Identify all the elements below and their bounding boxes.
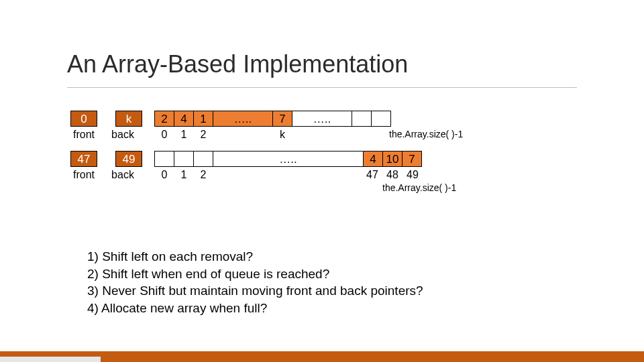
array1-ellipsis: ….. bbox=[213, 111, 273, 127]
question-item: 4) Allocate new array when full? bbox=[87, 300, 423, 317]
array2-idx: 49 bbox=[402, 169, 423, 181]
array1-empty-cell bbox=[371, 111, 391, 127]
ptr1-back-cell: k bbox=[115, 111, 142, 127]
ptr1-back-lbl: back bbox=[109, 129, 136, 141]
slide-title: An Array-Based Implementation bbox=[67, 50, 408, 78]
array1-row: 241…..7….. bbox=[154, 111, 391, 127]
array1-empty-cell bbox=[352, 111, 372, 127]
footer-accent bbox=[0, 357, 101, 362]
ptr1-front-lbl: front bbox=[70, 129, 97, 141]
question-item: 2) Shift left when end of queue is reach… bbox=[87, 265, 423, 283]
question-list: 1) Shift left on each removal? 2) Shift … bbox=[87, 248, 423, 317]
array1-idx: k bbox=[272, 129, 292, 141]
array2-cell: 7 bbox=[402, 151, 422, 167]
array2-cell: 10 bbox=[382, 151, 402, 167]
array1-idx: 1 bbox=[174, 129, 194, 141]
ptr2-front-lbl: front bbox=[70, 169, 97, 181]
array2-empty-cell bbox=[174, 151, 194, 167]
array1-size-label: the.Array.size( )-1 bbox=[389, 129, 463, 139]
ptr1-front-cell: 0 bbox=[70, 111, 97, 127]
ptr2-back-lbl: back bbox=[109, 169, 136, 181]
array2-idx: 47 bbox=[362, 169, 382, 181]
array2-idx: 1 bbox=[174, 169, 194, 181]
array2-idx: 48 bbox=[382, 169, 402, 181]
array2-ellipsis: ….. bbox=[213, 151, 364, 167]
array1-idx: 0 bbox=[154, 129, 174, 141]
array1-cell: 4 bbox=[174, 111, 194, 127]
array1-cell: 2 bbox=[154, 111, 174, 127]
array2-size-label: the.Array.size( )-1 bbox=[382, 182, 456, 193]
array1-cell: 1 bbox=[193, 111, 213, 127]
array2-empty-cell bbox=[193, 151, 213, 167]
array2-empty-cell bbox=[154, 151, 174, 167]
ptr2-front-cell: 47 bbox=[70, 151, 97, 167]
array1-cell: 7 bbox=[272, 111, 292, 127]
array2-idx: 0 bbox=[154, 169, 174, 181]
array1-idx: 2 bbox=[193, 129, 213, 141]
footer-bar bbox=[0, 351, 644, 362]
array2-cell: 4 bbox=[363, 151, 383, 167]
array1-ellipsis: ….. bbox=[292, 111, 352, 127]
ptr2-back-cell: 49 bbox=[115, 151, 142, 167]
question-item: 1) Shift left on each removal? bbox=[87, 248, 423, 265]
question-item: 3) Never Shift but maintain moving front… bbox=[87, 282, 423, 300]
title-underline bbox=[67, 87, 577, 88]
array2-idx: 2 bbox=[193, 169, 213, 181]
array2-row: …..4107 bbox=[154, 151, 422, 167]
